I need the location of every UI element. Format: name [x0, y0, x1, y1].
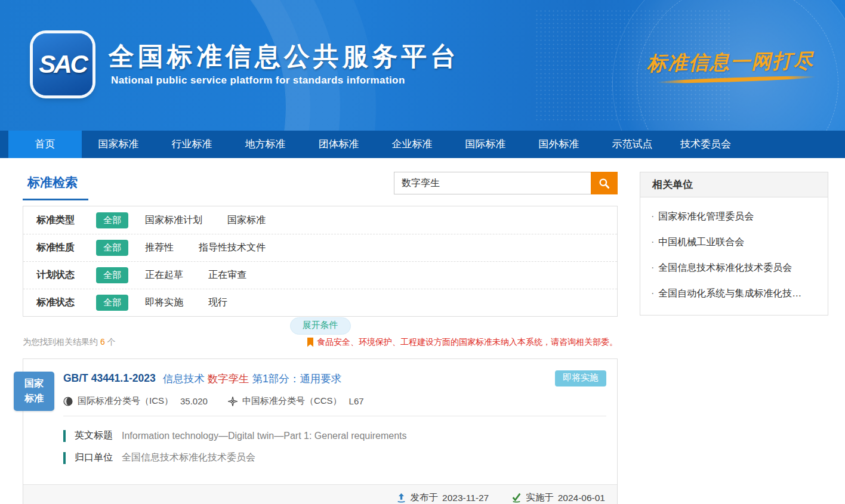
filter-all-button[interactable]: 全部: [96, 212, 128, 228]
bookmark-icon: [307, 338, 314, 347]
field-row-english-title: 英文标题 Information technology—Digital twin…: [63, 429, 606, 442]
standard-title-link[interactable]: 信息技术 数字孪生 第1部分：通用要求: [163, 372, 341, 386]
implemented-label: 实施于: [526, 491, 554, 504]
filter-all-button[interactable]: 全部: [96, 295, 128, 311]
field-accent-bar: [63, 452, 66, 464]
system-notice: 食品安全、环境保护、工程建设方面的国家标准未纳入本系统，请咨询相关部委。: [307, 337, 618, 348]
search-icon: [599, 178, 610, 189]
implement-check-icon: [511, 493, 522, 503]
sidebar-item-automation-committee[interactable]: 全国自动化系统与集成标准化技…: [640, 287, 828, 300]
page-title: 标准检索: [23, 172, 88, 200]
title-part1: 信息技术: [163, 373, 205, 385]
site-title: 全国标准信息公共服务平台: [109, 39, 459, 74]
results-count-prefix: 为您找到相关结果约: [23, 337, 98, 347]
nav-item-local-standards[interactable]: 地方标准: [229, 131, 302, 158]
filter-option[interactable]: 国家标准计划: [145, 214, 202, 227]
sidebar: 相关单位 国家标准化管理委员会 中国机械工业联合会 全国信息技术标准化技术委员会…: [640, 172, 828, 504]
expand-conditions-button[interactable]: 展开条件: [290, 317, 351, 335]
card-title-row: GB/T 43441.1-2023 信息技术 数字孪生 第1部分：通用要求 即将…: [63, 370, 606, 386]
search-input[interactable]: [394, 172, 591, 194]
main-nav: 首页 国家标准 行业标准 地方标准 团体标准 企业标准 国际标准 国外标准 示范…: [0, 131, 845, 158]
results-count-text: 为您找到相关结果约6个: [23, 337, 116, 348]
field-value: Information technology—Digital twin—Part…: [122, 431, 407, 441]
expand-conditions-wrap: 展开条件: [23, 317, 618, 333]
nav-item-foreign-standards[interactable]: 国外标准: [522, 131, 596, 158]
related-units-box: 相关单位 国家标准化管理委员会 中国机械工业联合会 全国信息技术标准化技术委员会…: [640, 172, 828, 316]
title-keyword-highlight: 数字孪生: [208, 373, 249, 385]
nav-item-pilot[interactable]: 示范试点: [596, 131, 669, 158]
status-badge: 即将实施: [555, 370, 606, 386]
sidebar-item-it-standardization-committee[interactable]: 全国信息技术标准化技术委员会: [640, 262, 828, 274]
card-footer: 发布于 2023-11-27 实施于 2024-06-01: [23, 484, 617, 504]
filter-row-standard-nature: 标准性质 全部 推荐性 指导性技术文件: [23, 234, 617, 261]
header-banner: SAC 全国标准信息公共服务平台 National public service…: [0, 0, 845, 131]
ics-value: 35.020: [180, 396, 208, 406]
filter-panel: 标准类型 全部 国家标准计划 国家标准 标准性质 全部 推荐性 指导性技术文件 …: [23, 206, 618, 317]
filter-option[interactable]: 即将实施: [145, 296, 183, 309]
sidebar-item-sac[interactable]: 国家标准化管理委员会: [640, 211, 828, 223]
ccs-label: 中国标准分类号（CCS）: [242, 395, 342, 407]
globe-icon: [63, 397, 73, 406]
ccs-group: 中国标准分类号（CCS） L67: [228, 395, 364, 407]
publish-upload-icon: [396, 493, 406, 503]
published-date-group: 发布于 2023-11-27: [396, 491, 489, 504]
results-summary-row: 为您找到相关结果约6个 食品安全、环境保护、工程建设方面的国家标准未纳入本系统，…: [23, 337, 618, 348]
compass-icon: [228, 397, 238, 406]
standard-type-badge: 国家 标准: [14, 372, 54, 411]
published-label: 发布于: [411, 491, 439, 504]
nav-item-international-standards[interactable]: 国际标准: [449, 131, 522, 158]
nav-item-national-standards[interactable]: 国家标准: [82, 131, 155, 158]
filter-option[interactable]: 国家标准: [227, 214, 266, 227]
search-button[interactable]: [591, 172, 618, 194]
filter-label: 标准状态: [36, 296, 96, 309]
filter-option[interactable]: 推荐性: [145, 242, 174, 254]
field-row-committee: 归口单位 全国信息技术标准化技术委员会: [63, 452, 606, 464]
nav-item-home[interactable]: 首页: [8, 131, 82, 158]
filter-option[interactable]: 正在审查: [208, 269, 246, 282]
nav-item-technical-committee[interactable]: 技术委员会: [669, 131, 742, 158]
standard-code-link[interactable]: GB/T 43441.1-2023: [63, 372, 156, 385]
filter-row-standard-type: 标准类型 全部 国家标准计划 国家标准: [23, 206, 617, 234]
search-row: 标准检索: [23, 172, 618, 206]
notice-text: 食品安全、环境保护、工程建设方面的国家标准未纳入本系统，请咨询相关部委。: [317, 337, 618, 348]
filter-all-button[interactable]: 全部: [96, 240, 128, 256]
card-fields: 英文标题 Information technology—Digital twin…: [23, 416, 617, 478]
filter-label: 标准类型: [36, 214, 96, 227]
sidebar-item-machinery-federation[interactable]: 中国机械工业联合会: [640, 236, 828, 249]
sac-logo-text: SAC: [39, 50, 87, 79]
field-label: 英文标题: [75, 429, 113, 442]
card-meta-row: 国际标准分类号（ICS） 35.020 中国标准分类号（CCS） L67: [63, 395, 606, 416]
card-header: GB/T 43441.1-2023 信息技术 数字孪生 第1部分：通用要求 即将…: [23, 359, 617, 416]
results-count-suffix: 个: [107, 337, 116, 347]
nav-item-industry-standards[interactable]: 行业标准: [155, 131, 229, 158]
nav-item-group-standards[interactable]: 团体标准: [302, 131, 375, 158]
left-column: 标准检索 标准类型 全部 国家标准计划 国家标准 标准性质 全: [23, 172, 618, 504]
filter-all-button[interactable]: 全部: [96, 267, 128, 283]
filter-label: 标准性质: [36, 242, 96, 254]
search-box: [394, 172, 618, 194]
filter-row-plan-status: 计划状态 全部 正在起草 正在审查: [23, 261, 617, 289]
field-value: 全国信息技术标准化技术委员会: [122, 452, 255, 464]
field-accent-bar: [63, 430, 66, 442]
implemented-date: 2024-06-01: [558, 493, 605, 503]
nav-item-enterprise-standards[interactable]: 企业标准: [375, 131, 449, 158]
filter-option[interactable]: 正在起草: [145, 269, 183, 282]
filter-option[interactable]: 指导性技术文件: [199, 242, 266, 254]
ccs-value: L67: [349, 396, 364, 406]
related-units-title: 相关单位: [640, 172, 828, 197]
filter-option[interactable]: 现行: [208, 296, 227, 309]
title-part2: 第1部分：通用要求: [252, 373, 341, 385]
field-label: 归口单位: [75, 452, 113, 464]
site-subtitle: National public service platform for sta…: [111, 75, 405, 86]
implemented-date-group: 实施于 2024-06-01: [511, 491, 605, 504]
filter-label: 计划状态: [36, 269, 96, 282]
badge-line2: 标准: [24, 391, 44, 406]
sac-logo[interactable]: SAC: [33, 33, 92, 95]
results-count-number: 6: [100, 337, 105, 347]
result-card: 国家 标准 GB/T 43441.1-2023 信息技术 数字孪生 第1部分：通…: [23, 358, 618, 504]
main-content: 标准检索 标准类型 全部 国家标准计划 国家标准 标准性质 全: [0, 158, 845, 504]
published-date: 2023-11-27: [442, 493, 489, 503]
slogan-text: 标准信息一网打尽: [647, 48, 815, 78]
filter-row-standard-status: 标准状态 全部 即将实施 现行: [23, 289, 617, 316]
ics-label: 国际标准分类号（ICS）: [78, 395, 173, 407]
